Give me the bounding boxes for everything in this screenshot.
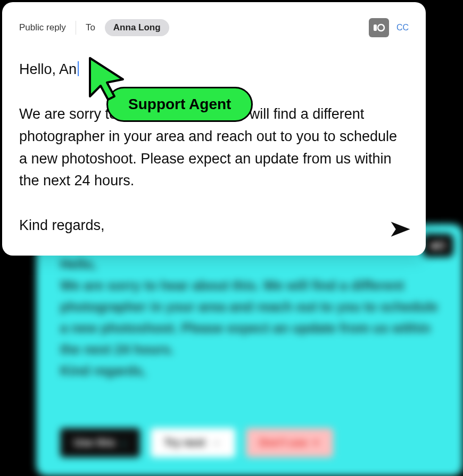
cc-button[interactable]: CC (396, 23, 409, 32)
svg-point-1 (378, 24, 384, 31)
use-this-button[interactable]: Use this ↓ (60, 428, 140, 457)
use-this-label: Use this (74, 437, 115, 449)
compose-header: Public reply To Anna Long CC (19, 18, 409, 37)
dont-use-label: Don't use (260, 437, 308, 449)
text-cursor (78, 61, 79, 76)
suggestion-card: ■O Hello, We are sorry to hear about thi… (36, 224, 463, 476)
reply-type-selector[interactable]: Public reply (19, 22, 66, 33)
compose-panel: Public reply To Anna Long CC Hello, An W… (2, 2, 426, 256)
suggestion-text: Hello, We are sorry to hear about this. … (60, 253, 442, 381)
suggestion-closing: Kind regards, (60, 363, 146, 378)
svg-rect-0 (374, 24, 377, 31)
arrow-right-icon: → (211, 437, 221, 449)
agent-badge: Support Agent (106, 87, 253, 122)
to-label: To (86, 22, 95, 33)
dont-use-button[interactable]: Don't use × (246, 428, 333, 457)
message-editor[interactable]: Hello, An We are sorry to hear about thi… (19, 59, 409, 237)
message-closing: Kind regards, (19, 215, 409, 237)
close-icon: × (313, 437, 319, 449)
assist-icon[interactable] (369, 18, 389, 37)
brand-logo-icon: ■O (423, 234, 453, 257)
recipient-chip[interactable]: Anna Long (105, 19, 169, 36)
try-next-button[interactable]: Try next → (151, 428, 235, 457)
download-icon: ↓ (121, 437, 126, 449)
agent-badge-label: Support Agent (128, 96, 231, 112)
suggestion-body: We are sorry to hear about this. We will… (60, 278, 438, 357)
collaboration-cursor (86, 55, 128, 103)
header-divider (76, 21, 76, 35)
suggestion-greeting: Hello, (60, 257, 96, 272)
send-button[interactable]: ➤ (389, 216, 411, 241)
message-greeting-line: Hello, An (19, 59, 409, 81)
try-next-label: Try next (164, 437, 205, 449)
suggestion-actions: Use this ↓ Try next → Don't use × (60, 428, 333, 457)
greeting-text: Hello, An (19, 59, 77, 81)
